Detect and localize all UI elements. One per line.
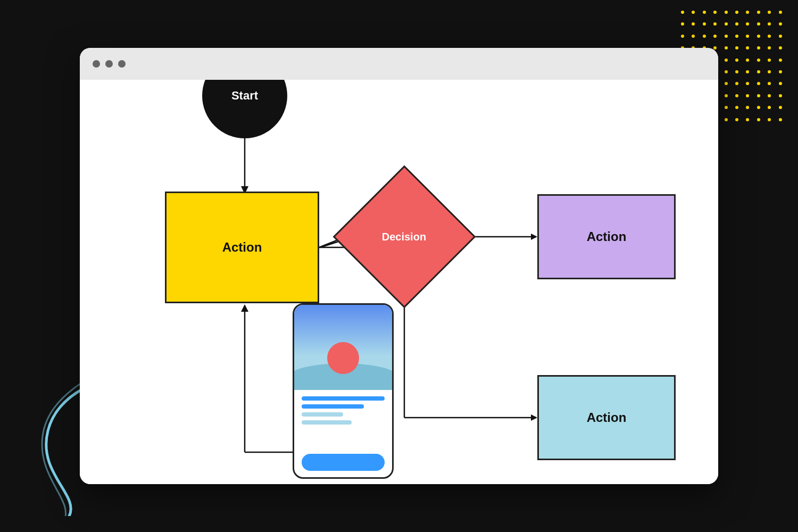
dot	[768, 106, 771, 109]
browser-window: Start Action Decision Action Action	[80, 48, 718, 484]
dot	[681, 11, 684, 14]
dot	[768, 11, 771, 14]
dot	[768, 118, 771, 121]
dot	[768, 22, 771, 26]
action-purple-label: Action	[587, 229, 627, 244]
dot	[746, 118, 749, 121]
dot	[703, 11, 706, 14]
action-yellow-label: Action	[222, 240, 262, 255]
dot	[768, 59, 771, 62]
start-node: Start	[202, 80, 287, 138]
dot	[703, 35, 706, 38]
dot	[735, 106, 738, 109]
browser-title-bar	[80, 48, 718, 80]
dot	[757, 59, 760, 62]
dot	[757, 106, 760, 109]
decision-label: Decision	[382, 230, 426, 243]
dot	[779, 82, 782, 85]
dot	[779, 11, 782, 14]
action-lightblue-box[interactable]: Action	[537, 375, 676, 460]
diamond-shape: Decision	[333, 165, 476, 309]
dot	[725, 94, 728, 97]
dot	[757, 70, 760, 73]
dot	[713, 46, 717, 49]
dot	[725, 118, 728, 121]
dot	[735, 70, 738, 73]
dot	[735, 118, 738, 121]
dot	[757, 82, 760, 85]
dot	[735, 82, 738, 85]
phone-mockup	[293, 303, 394, 479]
svg-marker-15	[241, 304, 248, 312]
phone-line-4	[302, 420, 352, 425]
dot	[681, 35, 684, 38]
phone-sun	[327, 342, 359, 374]
dot	[735, 22, 738, 26]
dot	[713, 11, 717, 14]
action-yellow-box[interactable]: Action	[165, 192, 319, 303]
dot	[746, 11, 749, 14]
dot	[746, 70, 749, 73]
phone-line-2	[302, 404, 364, 409]
dot	[779, 118, 782, 121]
browser-dot-3	[118, 60, 126, 68]
dot	[779, 94, 782, 97]
dot	[779, 106, 782, 109]
dot	[735, 59, 738, 62]
dot	[779, 22, 782, 26]
dot	[757, 35, 760, 38]
start-label: Start	[231, 89, 258, 103]
dot	[703, 22, 706, 26]
dot	[681, 22, 684, 26]
dot	[768, 35, 771, 38]
dot	[692, 22, 695, 26]
dot	[725, 11, 728, 14]
dot	[746, 59, 749, 62]
dot	[725, 82, 728, 85]
dot	[692, 11, 695, 14]
dot	[757, 94, 760, 97]
browser-dot-1	[93, 60, 100, 68]
dot	[746, 22, 749, 26]
dot	[768, 70, 771, 73]
dot	[757, 22, 760, 26]
dot	[746, 106, 749, 109]
dot	[757, 11, 760, 14]
dot	[757, 46, 760, 49]
dot	[779, 70, 782, 73]
dot	[779, 59, 782, 62]
phone-line-3	[302, 412, 343, 417]
dot	[768, 46, 771, 49]
phone-image	[294, 305, 392, 390]
browser-content: Start Action Decision Action Action	[80, 80, 718, 484]
dot	[713, 22, 717, 26]
dot	[735, 94, 738, 97]
dot	[725, 46, 728, 49]
browser-dot-2	[105, 60, 113, 68]
dot	[746, 82, 749, 85]
dot	[725, 59, 728, 62]
dot	[735, 46, 738, 49]
dot	[779, 46, 782, 49]
phone-content-area	[294, 390, 392, 450]
dot	[725, 70, 728, 73]
phone-button[interactable]	[302, 454, 385, 471]
dot	[713, 35, 717, 38]
action-purple-box[interactable]: Action	[537, 194, 676, 279]
action-lightblue-label: Action	[587, 410, 627, 425]
dot	[779, 35, 782, 38]
phone-line-1	[302, 396, 385, 401]
svg-marker-12	[531, 414, 537, 421]
dot	[746, 35, 749, 38]
svg-marker-9	[531, 234, 537, 240]
dot	[735, 35, 738, 38]
dot	[757, 118, 760, 121]
dot	[768, 82, 771, 85]
dot	[746, 46, 749, 49]
dot	[725, 22, 728, 26]
decision-diamond[interactable]: Decision	[346, 178, 463, 295]
dot	[746, 94, 749, 97]
dot	[735, 11, 738, 14]
dot	[725, 35, 728, 38]
dot	[725, 106, 728, 109]
